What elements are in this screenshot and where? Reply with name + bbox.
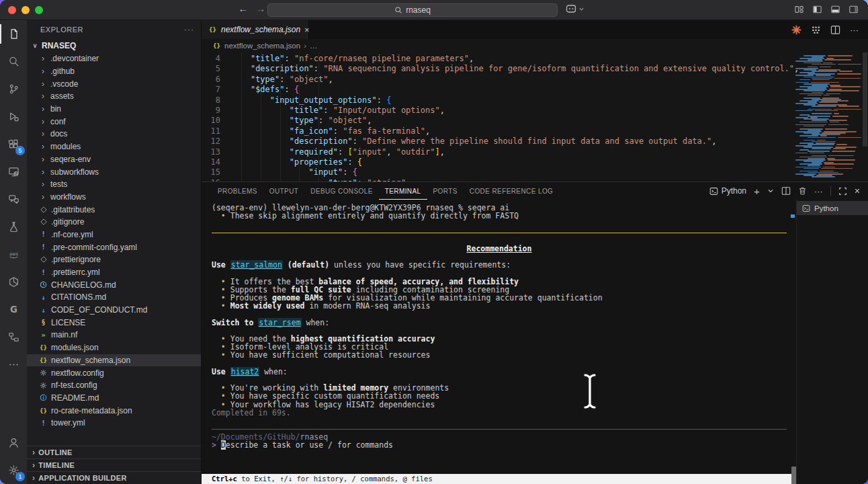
zoom-window-button[interactable]: [35, 6, 43, 14]
file-row-.pre-commit-config.yaml[interactable]: !.pre-commit-config.yaml: [27, 241, 201, 253]
forward-button[interactable]: →: [254, 3, 267, 14]
file-row-.nf-core.yml[interactable]: !.nf-core.yml: [27, 229, 201, 241]
code-line-12: 12 "description": "Define where the pipe…: [202, 136, 868, 147]
toggle-secondary-sidebar-icon[interactable]: [849, 5, 859, 14]
project-root-folder[interactable]: ∨ RNASEQ: [27, 39, 201, 52]
kill-terminal-icon[interactable]: [798, 186, 807, 196]
activity-item-pipeline[interactable]: [0, 323, 27, 351]
file-row-tower.yml[interactable]: !tower.yml: [27, 417, 201, 430]
panel-tab-ports[interactable]: PORTS: [427, 182, 464, 200]
code-line-4: 4 "title": "nf-core/rnaseq pipeline para…: [202, 54, 868, 64]
file-row-LICENSE[interactable]: §LICENSE: [27, 316, 201, 329]
copilot-menu-button[interactable]: [566, 4, 584, 14]
chevron-right-icon: ›: [39, 67, 47, 76]
terminal-line: • Most widely used in modern RNA-seq ana…: [212, 302, 787, 310]
panel-more-actions-icon[interactable]: ···: [814, 187, 823, 196]
breadcrumb[interactable]: {} nextflow_schema.json › …: [202, 39, 868, 52]
editor-more-actions-icon[interactable]: ···: [850, 26, 859, 34]
sidebar-section-application-builder[interactable]: ›APPLICATION BUILDER: [27, 471, 201, 484]
file-row-CODE_OF_CONDUCT.md[interactable]: ↓CODE_OF_CONDUCT.md: [27, 304, 201, 317]
folder-label: seqera-env: [50, 155, 91, 164]
command-center-search[interactable]: rnaseq: [267, 3, 558, 17]
activity-item-settings[interactable]: 1: [0, 456, 27, 484]
folder-row-.github[interactable]: ›.github: [27, 65, 201, 78]
file-row-nextflow.config[interactable]: nextflow.config: [27, 366, 201, 379]
back-button[interactable]: ←: [236, 3, 250, 14]
terminal-hint-bar: Ctrl+c to Exit, ↑/↓ for history, / comma…: [202, 474, 791, 484]
activity-item-account[interactable]: [0, 429, 27, 456]
activity-item-files[interactable]: [0, 20, 27, 48]
panel-tab-problems[interactable]: PROBLEMS: [212, 182, 263, 200]
panel-tab-output[interactable]: OUTPUT: [263, 182, 305, 200]
folder-row-docs[interactable]: ›docs: [27, 128, 201, 140]
activity-item-testing[interactable]: [0, 213, 27, 241]
file-row-CHANGELOG.md[interactable]: CHANGELOG.md: [27, 278, 201, 291]
folder-row-bin[interactable]: ›bin: [27, 103, 201, 116]
file-row-nextflow_schema.json[interactable]: {}nextflow_schema.json: [27, 354, 201, 367]
file-row-.gitattributes[interactable]: .gitattributes: [27, 203, 201, 216]
close-tab-icon[interactable]: ×: [304, 25, 310, 35]
activity-item-gitlens[interactable]: G: [0, 296, 27, 323]
folder-label: .vscode: [50, 79, 78, 89]
schema-outline-icon[interactable]: [811, 25, 821, 35]
terminal-icon: [802, 204, 810, 212]
new-terminal-icon[interactable]: +: [754, 186, 760, 196]
activity-item-more[interactable]: [0, 351, 27, 378]
activity-item-aws[interactable]: aws: [0, 241, 27, 268]
sidebar-section-outline[interactable]: ›OUTLINE: [27, 446, 201, 458]
terminal-list-item-python[interactable]: Python: [797, 201, 868, 215]
file-row-.prettierrc.yml[interactable]: !.prettierrc.yml: [27, 266, 201, 279]
terminal-profile-button[interactable]: Python: [709, 186, 746, 196]
folder-row-modules[interactable]: ›modules: [27, 140, 201, 153]
folder-row-conf[interactable]: ›conf: [27, 115, 201, 128]
line-number: 11: [202, 126, 231, 136]
close-panel-icon[interactable]: ×: [855, 186, 860, 196]
toggle-sidebar-icon[interactable]: [812, 5, 822, 14]
close-window-button[interactable]: [8, 6, 16, 14]
folder-row-.devcontainer[interactable]: ›.devcontainer: [27, 52, 201, 65]
split-terminal-icon[interactable]: [781, 186, 791, 196]
folder-row-assets[interactable]: ›assets: [27, 90, 201, 103]
activity-item-chat[interactable]: [0, 186, 27, 213]
panel-tab-terminal[interactable]: TERMINAL: [379, 182, 427, 200]
code-editor[interactable]: 4 "title": "nf-core/rnaseq pipeline para…: [202, 52, 868, 182]
minimap[interactable]: [794, 54, 861, 177]
line-number: 14: [202, 157, 231, 167]
minimize-window-button[interactable]: [21, 6, 30, 14]
folder-row-.vscode[interactable]: ›.vscode: [27, 77, 201, 90]
activity-item-remote-explorer[interactable]: [0, 158, 27, 186]
panel-tab-code-reference-log[interactable]: CODE REFERENCE LOG: [464, 182, 559, 200]
file-row-ro-crate-metadata.json[interactable]: {}ro-crate-metadata.json: [27, 404, 201, 417]
file-row-README.md[interactable]: iREADME.md: [27, 392, 201, 405]
run-formatter-icon[interactable]: [791, 25, 801, 35]
activity-item-search[interactable]: [0, 48, 27, 75]
file-row-main.nf[interactable]: »main.nf: [27, 329, 201, 341]
customize-layout-icon[interactable]: [794, 5, 804, 14]
files-icon: [8, 28, 19, 40]
file-row-.gitignore[interactable]: .gitignore: [27, 216, 201, 229]
split-editor-icon[interactable]: [830, 25, 840, 35]
activity-item-hexagon[interactable]: [0, 268, 27, 296]
file-row-nf-test.config[interactable]: nf-test.config: [27, 379, 201, 392]
terminal-scrollbar[interactable]: [791, 467, 796, 484]
tab-nextflow-schema-json[interactable]: {} nextflow_schema.json ×: [202, 20, 308, 39]
editor-scrollbar[interactable]: [862, 52, 868, 182]
toggle-panel-icon[interactable]: [830, 5, 840, 14]
file-row-.prettierignore[interactable]: .prettierignore: [27, 253, 201, 266]
file-row-modules.json[interactable]: {}modules.json: [27, 341, 201, 354]
activity-item-run-debug[interactable]: [0, 103, 27, 130]
sidebar-section-timeline[interactable]: ›TIMELINE: [27, 458, 201, 471]
panel-tab-debug-console[interactable]: DEBUG CONSOLE: [304, 182, 378, 200]
folder-row-seqera-env[interactable]: ›seqera-env: [27, 153, 201, 166]
activity-item-source-control[interactable]: [0, 75, 27, 103]
folder-row-tests[interactable]: ›tests: [27, 178, 201, 191]
folder-row-subworkflows[interactable]: ›subworkflows: [27, 165, 201, 178]
config-gear-icon: [39, 382, 48, 389]
activity-item-extensions[interactable]: 5: [0, 130, 27, 158]
explorer-more-actions-icon[interactable]: ···: [184, 25, 194, 34]
terminal-dropdown-icon[interactable]: [767, 188, 774, 194]
maximize-panel-icon[interactable]: [838, 187, 847, 196]
file-row-CITATIONS.md[interactable]: ↓CITATIONS.md: [27, 291, 201, 304]
folder-row-workflows[interactable]: ›workflows: [27, 191, 201, 204]
terminal-output[interactable]: (seqera-env) llewelyn-van-der-berg@KTW2Y…: [202, 200, 796, 484]
